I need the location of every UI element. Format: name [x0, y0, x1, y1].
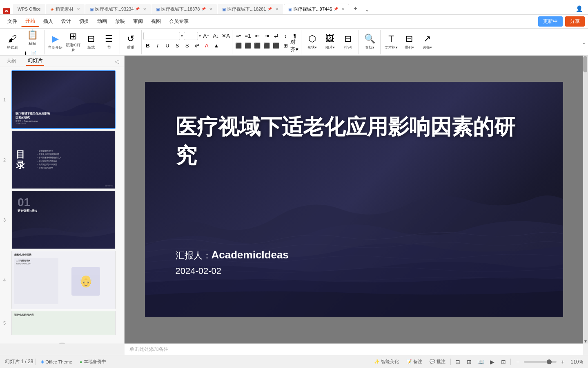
normal-view-button[interactable]: ⊟ — [453, 357, 462, 366]
vertical-align-button[interactable]: ⬛ — [272, 41, 281, 50]
tab-2-close[interactable]: ✕ — [143, 7, 146, 11]
slide-reporter[interactable]: 汇报人：AcademicIdeas — [176, 249, 289, 262]
zoom-slider[interactable] — [524, 361, 557, 363]
tab-wps[interactable]: WPS Office — [13, 4, 45, 14]
zoom-out-button[interactable]: − — [513, 357, 522, 366]
paste-sub1[interactable]: ⬇ — [22, 50, 29, 56]
arrange-button[interactable]: ⊟ 排列 — [339, 31, 357, 53]
menu-home[interactable]: 开始 — [21, 16, 39, 27]
review-button[interactable]: 💬 批注 — [427, 358, 448, 366]
toolbar-collapse-button[interactable]: ⌄ — [581, 39, 586, 45]
new-tab-button[interactable]: + — [350, 3, 361, 14]
align-right-button[interactable]: ⬛ — [253, 41, 262, 50]
section-button[interactable]: ☰ 节 — [100, 31, 118, 53]
slides-tab[interactable]: 幻灯片 — [26, 56, 44, 66]
font-name-chevron[interactable]: ▾ — [181, 34, 183, 38]
vertical-scrollbar[interactable]: ▼ — [583, 56, 588, 343]
highlight-button[interactable]: ▲ — [212, 41, 221, 50]
decrease-font-button[interactable]: A↓ — [212, 31, 220, 40]
grid-view-button[interactable]: ⊞ — [465, 357, 474, 366]
tab-3-close[interactable]: ✕ — [209, 7, 212, 11]
office-theme-button[interactable]: ◈ Office Theme — [38, 358, 75, 365]
layout-button[interactable]: ⊟ 版式 — [82, 31, 100, 53]
align-extra-button[interactable]: ⊞ — [281, 41, 290, 50]
italic-button[interactable]: I — [153, 41, 162, 50]
comments-button[interactable]: 📝 备注 — [404, 358, 425, 366]
tab-2[interactable]: ▣ 医疗视域下...93234 📌 ✕ — [85, 4, 151, 14]
scroll-thumb[interactable] — [583, 56, 587, 72]
zoom-thumb[interactable] — [547, 359, 552, 364]
superscript-button[interactable]: x² — [192, 41, 201, 50]
strikethrough-button[interactable]: S̶ — [173, 41, 182, 50]
reading-view-button[interactable]: 📖 — [476, 357, 485, 366]
increase-indent-button[interactable]: ⇥ — [262, 31, 271, 40]
play-view-button[interactable]: ▶ — [488, 357, 497, 366]
share-button[interactable]: 分享 — [565, 16, 585, 27]
new-slide-button[interactable]: ⊞ 新建幻灯片 — [64, 31, 82, 53]
tab-1[interactable]: ◈ 稻壳素材 ✕ — [46, 4, 85, 14]
tab-5-close[interactable]: ✕ — [341, 7, 345, 11]
line-spacing-button[interactable]: ↕ — [281, 31, 290, 40]
menu-animation[interactable]: 动画 — [93, 16, 111, 27]
bold-button[interactable]: B — [143, 41, 152, 50]
align-center-button[interactable]: ⬛ — [243, 41, 252, 50]
slide-thumb-5[interactable]: 5 适老化各阶段内容 — [11, 311, 121, 335]
tab-3[interactable]: ▣ 医疗视域下...18378 📌 ✕ — [151, 4, 217, 14]
slide-main-title[interactable]: 医疗视域下适老化应用影响因素的研究 — [176, 112, 532, 170]
current-start-button[interactable]: ▶ 当页开始 — [46, 31, 64, 53]
tab-1-close[interactable]: ✕ — [77, 7, 80, 11]
convert-button[interactable]: ⇄ — [272, 31, 281, 40]
tab-menu-button[interactable]: ⌄ — [362, 4, 372, 14]
menu-slideshow[interactable]: 放映 — [111, 16, 129, 27]
tab-4[interactable]: ▣ 医疗视域下...18281 📌 ✕ — [218, 4, 283, 14]
font-size-chevron[interactable]: ▾ — [199, 34, 201, 38]
numbered-list-button[interactable]: ≡1 — [243, 31, 252, 40]
tab-4-close[interactable]: ✕ — [275, 7, 278, 11]
alignment-more-button[interactable]: 对齐▾ — [290, 41, 299, 50]
avatar-button[interactable]: 👤 — [573, 3, 585, 14]
shadow-button[interactable]: S — [183, 41, 192, 50]
menu-design[interactable]: 设计 — [57, 16, 75, 27]
textbox-button[interactable]: T 文本框▾ — [382, 31, 400, 53]
panel-collapse-button[interactable]: ◁ — [115, 58, 119, 65]
main-slide[interactable]: 医疗视域下适老化应用影响因素的研究 汇报人：AcademicIdeas 2024… — [145, 82, 563, 317]
align-justify-button[interactable]: ⬛ — [262, 41, 271, 50]
slide-thumb-2[interactable]: 2 目录 • 研究背景与意义• 老龄化应用现状及问题• 多维分析数量特色的切入•… — [11, 130, 121, 189]
find-button[interactable]: 🔍 查找▾ — [361, 31, 379, 53]
presenter-view-button[interactable]: ⊡ — [499, 357, 508, 366]
shapes-button[interactable]: ⬡ 形状▾ — [303, 31, 321, 53]
tab-4-pin[interactable]: 📌 — [267, 7, 272, 11]
slide-thumb-3[interactable]: 3 01 研究背景与意义 — [11, 191, 121, 249]
zoom-in-button[interactable]: + — [558, 357, 567, 366]
decrease-indent-button[interactable]: ⇤ — [253, 31, 262, 40]
font-size-input[interactable] — [184, 32, 198, 40]
slide-thumb-1[interactable]: 1 医疗视域下适老化应用影响因素的研究 汇报人：AcademicIdeas 20… — [11, 70, 121, 129]
notes-bar[interactable]: 单击此处添加备注 — [125, 343, 583, 355]
paste-sub2[interactable]: 📄 — [29, 50, 38, 56]
local-backup-button[interactable]: ● 本地备份中 — [77, 358, 109, 366]
menu-insert[interactable]: 插入 — [39, 16, 57, 27]
redo-button[interactable]: ↺ 重重 — [122, 31, 140, 53]
tab-5-pin[interactable]: 📌 — [334, 7, 338, 11]
paste-button[interactable]: 📋 粘贴 — [22, 29, 42, 49]
outline-tab[interactable]: 大纲 — [5, 57, 18, 65]
add-slide-button[interactable]: + — [56, 343, 68, 343]
select-button[interactable]: ↗ 选择▾ — [418, 31, 436, 53]
tab-3-pin[interactable]: 📌 — [201, 7, 206, 11]
align-left-button[interactable]: ⬛ — [234, 41, 243, 50]
tab-2-pin[interactable]: 📌 — [135, 7, 140, 11]
clear-format-button[interactable]: ✕A — [221, 31, 230, 40]
format-painter-button[interactable]: 🖌 格式刷 — [3, 31, 21, 53]
increase-font-button[interactable]: A↑ — [202, 31, 211, 40]
slide-date[interactable]: 2024-02-02 — [176, 266, 289, 276]
columns-button[interactable]: ⊟ 排列▾ — [400, 31, 418, 53]
menu-transition[interactable]: 切换 — [75, 16, 93, 27]
font-color-button[interactable]: A — [202, 41, 211, 50]
font-name-input[interactable] — [143, 32, 180, 40]
picture-button[interactable]: 🖼 图片▾ — [321, 31, 339, 53]
smart-beauty-button[interactable]: ✨ 智能美化 — [372, 358, 401, 366]
menu-review[interactable]: 审阅 — [129, 16, 147, 27]
bullet-list-button[interactable]: ≡• — [234, 31, 243, 40]
scroll-down-button[interactable]: ▼ — [583, 339, 588, 343]
tab-5-active[interactable]: ▣ 医疗视域下...97446 📌 ✕ — [284, 4, 349, 14]
